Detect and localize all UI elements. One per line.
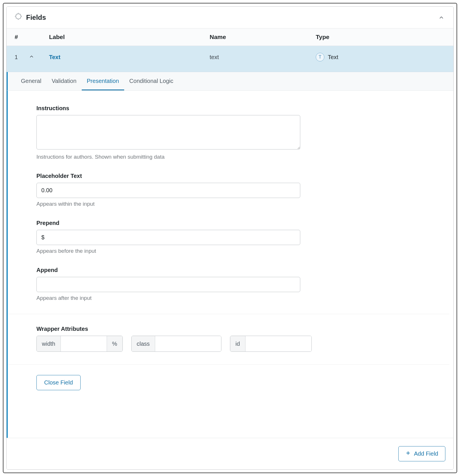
row-label-link[interactable]: Text bbox=[49, 54, 61, 60]
instructions-label: Instructions bbox=[36, 105, 323, 112]
wrapper-class-group: class bbox=[131, 336, 222, 352]
prepend-label: Prepend bbox=[36, 220, 323, 226]
placeholder-label: Placeholder Text bbox=[36, 173, 323, 179]
fields-panel: Fields # Label Name Type 1 bbox=[6, 6, 454, 470]
collapse-panel-button[interactable] bbox=[437, 13, 445, 22]
wrapper-class-prefix: class bbox=[132, 336, 155, 351]
field-settings-body: Instructions Instructions for authors. S… bbox=[7, 91, 453, 438]
field-settings-tabs: General Validation Presentation Conditio… bbox=[7, 72, 453, 91]
placeholder-input[interactable] bbox=[36, 183, 300, 198]
placeholder-help: Appears within the input bbox=[36, 201, 323, 207]
prepend-help: Appears before the input bbox=[36, 248, 323, 254]
row-type-label: Text bbox=[328, 54, 338, 61]
wrapper-width-suffix: % bbox=[107, 336, 122, 351]
instructions-input[interactable] bbox=[36, 115, 300, 149]
row-type: T Text bbox=[316, 53, 428, 61]
tab-conditional-logic[interactable]: Conditional Logic bbox=[124, 72, 178, 90]
row-name: text bbox=[210, 54, 316, 61]
tab-presentation[interactable]: Presentation bbox=[82, 72, 124, 90]
col-index: # bbox=[15, 34, 40, 40]
instructions-help: Instructions for authors. Shown when sub… bbox=[36, 154, 323, 160]
panel-header: Fields bbox=[7, 7, 453, 28]
field-row[interactable]: 1 Text text T Text bbox=[7, 46, 453, 72]
wrapper-width-prefix: width bbox=[37, 336, 61, 351]
append-help: Appears after the input bbox=[36, 295, 323, 301]
append-input[interactable] bbox=[36, 277, 300, 292]
wrapper-label: Wrapper Attributes bbox=[36, 326, 323, 332]
puzzle-icon bbox=[15, 13, 22, 22]
panel-title: Fields bbox=[26, 13, 46, 22]
add-field-button[interactable]: Add Field bbox=[398, 446, 446, 461]
wrapper-id-input[interactable] bbox=[245, 336, 311, 351]
append-label: Append bbox=[36, 267, 323, 273]
col-label: Label bbox=[40, 34, 210, 40]
close-field-button[interactable]: Close Field bbox=[36, 375, 81, 390]
wrapper-class-input[interactable] bbox=[155, 336, 221, 351]
wrapper-width-group: width % bbox=[36, 336, 123, 352]
row-index: 1 bbox=[15, 54, 29, 61]
col-name: Name bbox=[210, 34, 316, 40]
prepend-input[interactable] bbox=[36, 230, 300, 245]
fields-table-header: # Label Name Type bbox=[7, 28, 453, 46]
wrapper-id-prefix: id bbox=[230, 336, 245, 351]
wrapper-width-input[interactable] bbox=[61, 336, 107, 351]
col-type: Type bbox=[316, 34, 428, 40]
type-badge-icon: T bbox=[316, 53, 324, 61]
tab-validation[interactable]: Validation bbox=[46, 72, 81, 90]
wrapper-id-group: id bbox=[230, 336, 312, 352]
panel-footer: Add Field bbox=[7, 438, 453, 469]
plus-icon bbox=[406, 450, 411, 457]
add-field-label: Add Field bbox=[414, 450, 438, 457]
tab-general[interactable]: General bbox=[16, 72, 46, 90]
row-collapse-toggle[interactable] bbox=[29, 54, 49, 61]
